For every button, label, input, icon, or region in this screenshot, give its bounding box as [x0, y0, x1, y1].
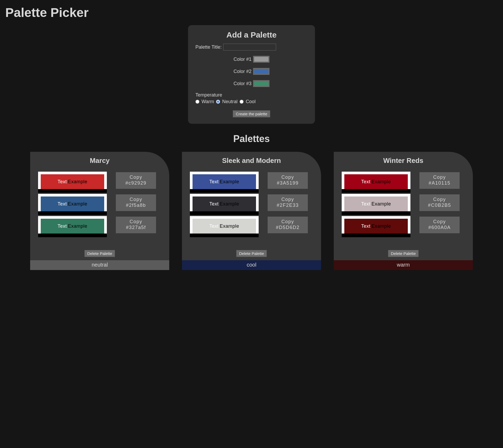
- temperature-radio-cool[interactable]: [240, 100, 244, 104]
- color-row: Text ExampleCopy#D5D6D2: [190, 216, 313, 234]
- copy-color-button[interactable]: Copy#C0B2B5: [419, 194, 460, 211]
- color-row: Text ExampleCopy#c92929: [38, 172, 161, 189]
- delete-palette-button[interactable]: Delete Palette: [84, 250, 115, 257]
- color-label: Color #3: [234, 81, 252, 86]
- temperature-group: Temperature Warm Neutral Cool: [195, 92, 308, 104]
- color-swatch: Text Example: [38, 172, 107, 189]
- color-swatch: Text Example: [190, 216, 259, 234]
- create-palette-button[interactable]: Create the palette: [233, 110, 270, 117]
- copy-color-button[interactable]: Copy#D5D6D2: [268, 217, 308, 233]
- sample-text-light: Text: [58, 223, 67, 229]
- temperature-radio-neutral[interactable]: [216, 100, 220, 104]
- temperature-radio-warm[interactable]: [195, 100, 199, 104]
- color-row: Text ExampleCopy#2f5a8b: [38, 194, 161, 211]
- add-palette-form: Add a Palette Palette Title: Color #1 Co…: [188, 25, 315, 124]
- color-row: Text ExampleCopy#A10115: [342, 172, 465, 189]
- color-swatch: Text Example: [38, 216, 107, 234]
- temperature-option-label: Neutral: [222, 99, 237, 104]
- temperature-option-label: Warm: [202, 99, 214, 104]
- temperature-option-label: Cool: [246, 99, 255, 104]
- sample-text-light: Text: [361, 201, 371, 207]
- color-row: Text ExampleCopy#2F2E33: [190, 194, 313, 211]
- form-title: Add a Palette: [195, 30, 308, 39]
- color-row: Text ExampleCopy#600A0A: [342, 216, 465, 234]
- color-swatch: Text Example: [342, 216, 410, 234]
- palette-card: Sleek and ModernText ExampleCopy#3A5199T…: [182, 152, 321, 270]
- copy-color-button[interactable]: Copy#327a5f: [116, 217, 156, 233]
- palette-grid: MarcyText ExampleCopy#c92929Text Example…: [5, 152, 498, 270]
- sample-text-light: Text: [58, 179, 67, 185]
- delete-palette-button[interactable]: Delete Palette: [236, 250, 267, 257]
- color-swatch: Text Example: [342, 194, 410, 211]
- sample-text-dark: Example: [220, 223, 239, 229]
- palette-title-input[interactable]: [223, 44, 276, 51]
- color-row: Text ExampleCopy#327a5f: [38, 216, 161, 234]
- color-field-row: Color #3: [195, 80, 308, 87]
- sample-text-dark: Example: [220, 201, 239, 207]
- sample-text-dark: Example: [68, 223, 88, 229]
- sample-text-light: Text: [361, 179, 371, 185]
- copy-color-button[interactable]: Copy#2f5a8b: [116, 194, 156, 211]
- sample-text-dark: Example: [372, 179, 391, 185]
- sample-text-light: Text: [209, 201, 219, 207]
- temperature-strip: cool: [182, 260, 321, 270]
- sample-text-light: Text: [58, 201, 67, 207]
- sample-text-light: Text: [209, 223, 219, 229]
- color-picker-3[interactable]: [253, 80, 269, 87]
- color-label: Color #2: [234, 69, 252, 74]
- sample-text-dark: Example: [68, 201, 88, 207]
- copy-color-button[interactable]: Copy#3A5199: [268, 172, 308, 189]
- color-row: Text ExampleCopy#3A5199: [190, 172, 313, 189]
- color-swatch: Text Example: [190, 194, 259, 211]
- color-field-row: Color #1: [195, 56, 308, 63]
- color-swatch: Text Example: [190, 172, 259, 189]
- color-picker-2[interactable]: [253, 68, 269, 75]
- palette-card-title: Sleek and Modern: [182, 152, 321, 172]
- delete-palette-button[interactable]: Delete Palette: [388, 250, 419, 257]
- color-row: Text ExampleCopy#C0B2B5: [342, 194, 465, 211]
- copy-color-button[interactable]: Copy#c92929: [116, 172, 156, 189]
- color-field-row: Color #2: [195, 68, 308, 75]
- sample-text-dark: Example: [220, 179, 239, 185]
- palette-card-title: Marcy: [30, 152, 169, 172]
- color-swatch: Text Example: [38, 194, 107, 211]
- temperature-group-label: Temperature: [195, 92, 308, 98]
- palette-card: Winter RedsText ExampleCopy#A10115Text E…: [334, 152, 473, 270]
- copy-color-button[interactable]: Copy#600A0A: [419, 217, 460, 233]
- page-title: Palette Picker: [5, 5, 498, 20]
- sample-text-dark: Example: [68, 179, 88, 185]
- color-label: Color #1: [234, 57, 252, 62]
- copy-color-button[interactable]: Copy#2F2E33: [268, 194, 308, 211]
- temperature-strip: neutral: [30, 260, 169, 270]
- sample-text-light: Text: [209, 179, 219, 185]
- title-field-label: Palette Title:: [195, 44, 222, 50]
- sample-text-dark: Example: [372, 201, 391, 207]
- sample-text-light: Text: [361, 223, 371, 229]
- copy-color-button[interactable]: Copy#A10115: [419, 172, 460, 189]
- color-picker-1[interactable]: [253, 56, 269, 63]
- color-swatch: Text Example: [342, 172, 410, 189]
- palettes-heading: Palettes: [5, 133, 498, 144]
- palette-card-title: Winter Reds: [334, 152, 473, 172]
- title-field-row: Palette Title:: [195, 44, 308, 51]
- sample-text-dark: Example: [372, 223, 391, 229]
- temperature-strip: warm: [334, 260, 473, 270]
- palette-card: MarcyText ExampleCopy#c92929Text Example…: [30, 152, 169, 270]
